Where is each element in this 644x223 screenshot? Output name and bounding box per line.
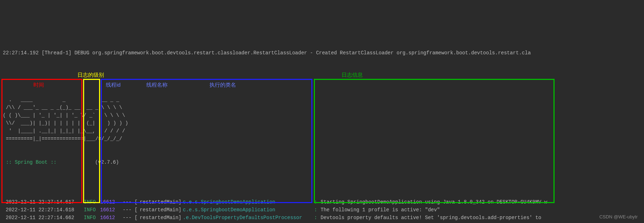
spring-banner-ascii: . ____ _ __ _ _ /\\ / ___'_ __ _ _(_)_ _… [3,96,641,143]
log-colon: : [314,222,321,223]
log-table: 2022-12-11 22:27:14.617INFO16612 --- [ r… [3,198,641,223]
log-class: .e.DevToolsPropertyDefaultsPostProcessor [183,214,314,222]
log-level: INFO [84,206,100,214]
log-message: For additional web related logging consi… [321,222,641,223]
log-class: c.e.s.SpringbootDemoApplication [183,206,314,214]
log-row: 2022-12-11 22:27:14.618INFO16612 --- [ r… [3,206,641,214]
log-timestamp: 2022-12-11 22:27:14.617 [3,198,84,206]
log-separator: --- [ [120,206,137,214]
log-colon: : [314,206,321,214]
log-message: The following 1 profile is active: "dev" [321,206,641,214]
log-colon: : [314,198,321,206]
log-message: Devtools property defaults active! Set '… [321,214,641,222]
log-level: INFO [84,198,100,206]
log-separator: --- [ [120,222,137,223]
debug-log-header: 22:27:14.192 [Thread-1] DEBUG org.spring… [3,49,641,57]
log-level: INFO [84,222,100,223]
console-output: 22:27:14.192 [Thread-1] DEBUG org.spring… [0,31,644,223]
spring-boot-version: (v2.7.6) [95,159,119,165]
log-row: 2022-12-11 22:27:14.662INFO16612 --- [ r… [3,222,641,223]
log-thread: restartedMain] [137,198,183,206]
log-timestamp: 2022-12-11 22:27:14.662 [3,214,84,222]
log-pid: 16612 [100,222,120,223]
log-class: .e.DevToolsPropertyDefaultsPostProcessor [183,222,314,223]
log-thread: restartedMain] [137,214,183,222]
log-thread: restartedMain] [137,222,183,223]
spring-boot-version-line: :: Spring Boot :: (v2.7.6) [3,158,641,166]
log-level: INFO [84,214,100,222]
log-colon: : [314,214,321,222]
log-message: Starting SpringbootDemoApplication using… [321,198,641,206]
log-timestamp: 2022-12-11 22:27:14.618 [3,206,84,214]
log-row: 2022-12-11 22:27:14.617INFO16612 --- [ r… [3,198,641,206]
log-separator: --- [ [120,198,137,206]
log-row: 2022-12-11 22:27:14.662INFO16612 --- [ r… [3,214,641,222]
watermark: CSDN @WE-ubytr [599,213,638,221]
log-separator: --- [ [120,214,137,222]
spring-boot-label: :: Spring Boot :: [3,159,60,165]
log-timestamp: 2022-12-11 22:27:14.662 [3,222,84,223]
log-class: c.e.s.SpringbootDemoApplication [183,198,314,206]
log-pid: 16612 [100,198,120,206]
log-pid: 16612 [100,214,120,222]
log-pid: 16612 [100,206,120,214]
log-thread: restartedMain] [137,206,183,214]
